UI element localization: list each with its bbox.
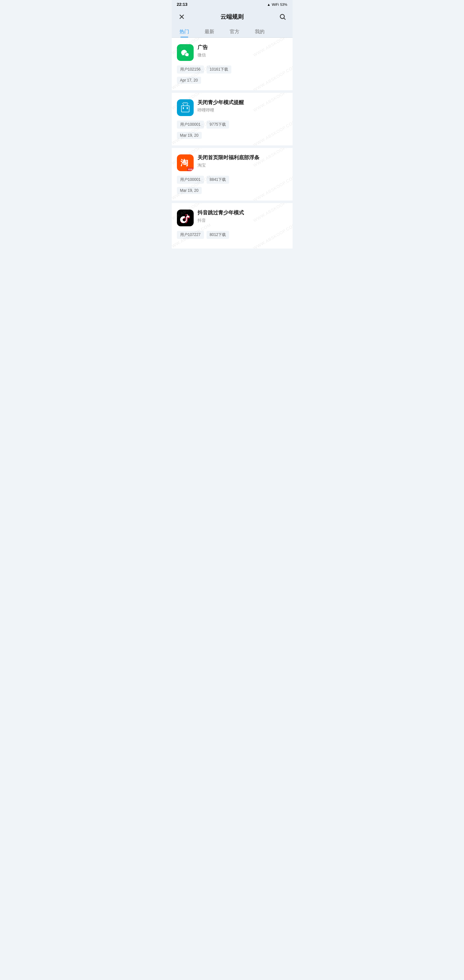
- rule-app-3: 淘宝: [197, 162, 288, 168]
- rule-tags-4: 用户107227 8012下载: [177, 231, 288, 239]
- tab-latest[interactable]: 最新: [197, 25, 222, 37]
- tab-bar: 热门 最新 官方 我的: [172, 25, 292, 38]
- signal-icon: ▲: [267, 3, 271, 6]
- rule-name-2: 关闭青少年模式提醒: [197, 99, 288, 106]
- app-icon-wechat: [177, 44, 194, 61]
- rule-card-4[interactable]: WWW.ABSKOOP.COM WWW.ABSKOOP.COM WWW.ABSK…: [172, 203, 292, 248]
- rule-header-1: 广告 微信: [177, 44, 288, 61]
- rule-info-4: 抖音跳过青少年模式 抖音: [197, 210, 288, 223]
- rule-date-3: Mar 19, 20: [177, 187, 202, 194]
- wifi-icon: WiFi: [272, 3, 279, 6]
- app-icon-taobao: 淘 618: [177, 154, 194, 171]
- status-bar: 22:13 ▲ WiFi 53%: [172, 0, 292, 9]
- status-icons: ▲ WiFi 53%: [267, 3, 288, 6]
- rule-card-1[interactable]: WWW.ABSKOOP.COM WWW.ABSKOOP.COM WWW.ABSK…: [172, 38, 292, 90]
- rule-info-1: 广告 微信: [197, 44, 288, 58]
- rule-tags-2: 用户100001 9775下载: [177, 121, 288, 129]
- page-title: 云端规则: [221, 13, 243, 21]
- rule-name-3: 关闭首页限时福利底部浮条: [197, 154, 288, 161]
- back-button[interactable]: [177, 12, 187, 22]
- rule-card-3[interactable]: WWW.ABSKOOP.COM WWW.ABSKOOP.COM WWW.ABSK…: [172, 148, 292, 200]
- rule-user-3: 用户100001: [177, 176, 204, 184]
- rule-header-3: 淘 618 关闭首页限时福利底部浮条 淘宝: [177, 154, 288, 171]
- tab-official[interactable]: 官方: [222, 25, 247, 37]
- rule-date-2: Mar 19, 20: [177, 132, 202, 139]
- tab-mine[interactable]: 我的: [247, 25, 272, 37]
- svg-point-7: [187, 105, 188, 105]
- svg-rect-5: [187, 107, 188, 109]
- rule-user-2: 用户100001: [177, 121, 204, 129]
- search-button[interactable]: [278, 12, 288, 22]
- content-area: WWW.ABSKOOP.COM WWW.ABSKOOP.COM WWW.ABSK…: [172, 38, 292, 248]
- rule-card-2[interactable]: WWW.ABSKOOP.COM WWW.ABSKOOP.COM WWW.ABSK…: [172, 93, 292, 145]
- rule-user-1: 用户102156: [177, 65, 204, 73]
- rule-downloads-4: 8012下载: [207, 231, 229, 239]
- rule-downloads-1: 10161下载: [207, 65, 231, 73]
- rule-info-3: 关闭首页限时福利底部浮条 淘宝: [197, 154, 288, 168]
- rule-name-4: 抖音跳过青少年模式: [197, 210, 288, 216]
- svg-point-6: [183, 105, 184, 105]
- rule-name-1: 广告: [197, 44, 288, 51]
- rule-date-1: Apr 17, 20: [177, 77, 201, 84]
- rule-tags-3: 用户100001 8841下载: [177, 176, 288, 184]
- status-time: 22:13: [177, 2, 188, 7]
- svg-text:淘: 淘: [180, 159, 188, 167]
- app-icon-tiktok: [177, 210, 194, 226]
- rule-app-2: 哔哩哔哩: [197, 107, 288, 113]
- battery-text: 53%: [280, 3, 287, 6]
- rule-downloads-3: 8841下载: [207, 176, 229, 184]
- svg-rect-4: [183, 107, 184, 109]
- rule-tags-1: 用户102156 10161下载: [177, 65, 288, 73]
- rule-header-4: 抖音跳过青少年模式 抖音: [177, 210, 288, 226]
- app-icon-bilibili: [177, 99, 194, 116]
- rule-downloads-2: 9775下载: [207, 121, 229, 129]
- svg-line-3: [284, 18, 285, 19]
- rule-app-1: 微信: [197, 52, 288, 58]
- rule-app-4: 抖音: [197, 218, 288, 223]
- header: 云端规则: [172, 9, 292, 25]
- rule-header-2: 关闭青少年模式提醒 哔哩哔哩: [177, 99, 288, 116]
- rule-user-4: 用户107227: [177, 231, 204, 239]
- rule-info-2: 关闭青少年模式提醒 哔哩哔哩: [197, 99, 288, 113]
- tab-hot[interactable]: 热门: [172, 25, 197, 37]
